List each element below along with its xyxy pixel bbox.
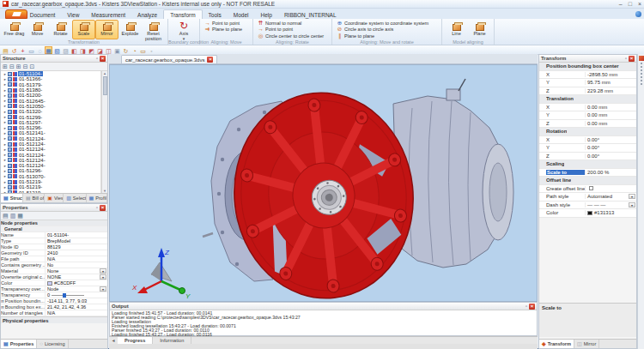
3d-viewport[interactable]: Z X Y <box>109 64 538 302</box>
tree-tool-icon[interactable]: ⊡ <box>30 63 35 69</box>
property-row[interactable]: ⊞ Number of triangles N/A ▾ <box>1 310 107 316</box>
tree-tool-icon[interactable]: ⊟ <box>23 63 28 69</box>
scroll-up-icon[interactable]: ▲ <box>103 71 106 75</box>
ribbon-button[interactable]: ⊕ Coordinate system to coordinate system <box>335 20 439 27</box>
ribbon-tab[interactable]: Document <box>24 10 62 19</box>
transform-row[interactable]: Rotation ▾ <box>539 128 636 136</box>
close-icon[interactable]: × <box>100 56 106 62</box>
property-row[interactable]: ⊞ Contains geometry ... No ▾ <box>1 262 107 268</box>
ribbon-button[interactable]: Explode <box>118 20 142 39</box>
panel-tab[interactable]: Information <box>153 337 191 344</box>
panel-tab[interactable]: ▦ Profiles <box>87 194 107 202</box>
expand-icon[interactable]: ⊞ <box>1 305 4 310</box>
close-icon[interactable]: × <box>629 56 635 62</box>
ribbon-tab[interactable]: RIBBON_INTERNAL <box>278 10 343 19</box>
property-row[interactable]: ⊞ Transparency over... Node ▾ <box>1 286 107 292</box>
pin-icon[interactable]: ▫ <box>625 56 627 61</box>
ribbon-tab[interactable]: Model <box>228 10 255 19</box>
pin-icon[interactable]: ▫ <box>96 56 98 61</box>
pin-icon[interactable]: ▫ <box>526 304 527 309</box>
transform-row[interactable]: Dash style — — — ▾ <box>539 202 636 210</box>
property-row[interactable]: ⊞ Type BrepModel ▾ <box>1 238 107 244</box>
property-row[interactable]: ⊞ Transparency 0 ▾ <box>1 292 107 298</box>
property-row[interactable]: ⊞ Overwrite original c... NONE ▾ <box>1 274 107 280</box>
panel-tab[interactable]: ◈ Transform <box>539 340 574 348</box>
property-row[interactable]: ⊞ Color #C8CDFF ▾ <box>1 280 107 286</box>
property-tool-icon[interactable]: ▤ <box>3 213 9 219</box>
tree-tool-icon[interactable]: ⊞ <box>3 63 8 69</box>
tree-scrollbar[interactable]: ▲ ▼ <box>101 71 107 193</box>
close-document-icon[interactable]: × <box>207 57 213 63</box>
ribbon-button[interactable]: Rotate <box>49 20 72 39</box>
close-icon[interactable]: × <box>529 304 535 310</box>
ribbon-tab[interactable]: Help <box>255 10 278 19</box>
close-icon[interactable]: × <box>100 205 106 211</box>
ribbon-button[interactable]: ⇈ Normal to normal <box>256 20 329 27</box>
dropdown-arrow[interactable]: ▾ <box>100 286 106 292</box>
ribbon-button[interactable]: Mirror <box>95 20 118 39</box>
physical-properties-section[interactable]: Physical properties <box>1 316 107 323</box>
ribbon-button[interactable]: Move <box>26 20 49 39</box>
transform-row[interactable]: X 0.00° ▾ <box>539 136 636 145</box>
ribbon-button[interactable]: Reset position <box>142 20 165 39</box>
dropdown-arrow[interactable]: ▾ <box>629 202 635 208</box>
help-icon[interactable] <box>635 11 641 17</box>
ribbon-button[interactable]: → Point to point <box>203 20 250 27</box>
ribbon-button[interactable]: ◎ Circle center to circle center <box>256 33 329 39</box>
ribbon-tab[interactable]: Measurement <box>85 10 131 19</box>
property-row[interactable]: ⊞ Bounding box ex... 21.42, 21.42, 4.36 … <box>1 304 107 310</box>
transform-row[interactable]: Scale to 200.00 % ▾ <box>539 169 636 178</box>
dropdown-arrow[interactable]: ▾ <box>629 194 635 199</box>
property-row[interactable]: ⊞ General ▾ <box>1 226 107 232</box>
panel-tab[interactable]: ◌ Licensing <box>37 340 68 348</box>
ribbon-button[interactable]: ∥ Plane to plane <box>335 33 439 39</box>
collapsed-panel-icon[interactable] <box>639 56 644 61</box>
transform-row[interactable]: Path style Automated ▾ <box>539 193 636 202</box>
panel-tab[interactable]: Progress <box>118 337 153 344</box>
transparency-slider[interactable] <box>52 293 84 298</box>
scroll-left-icon[interactable]: ◂ <box>109 337 118 344</box>
property-row[interactable]: ⊞ Node ID 88129 ▾ <box>1 244 107 250</box>
panel-tab[interactable]: ▥ Selecti... <box>64 194 86 202</box>
property-row[interactable]: ⊞ Material None ▾ <box>1 268 107 274</box>
transform-row[interactable]: Position bounding box center ▾ <box>539 63 636 71</box>
checkbox[interactable] <box>589 186 593 190</box>
close-button[interactable]: × <box>638 0 641 8</box>
property-row[interactable]: ⊞ Geometry ID 2410 ▾ <box>1 250 107 256</box>
dropdown-arrow[interactable]: ▾ <box>100 274 106 280</box>
tree-tool-icon[interactable]: ⊟ <box>9 63 15 69</box>
expand-icon[interactable]: ⊞ <box>1 299 4 304</box>
panel-tab[interactable]: ▤ Properties <box>1 340 37 348</box>
ribbon-button[interactable]: Free drag <box>3 20 26 39</box>
color-swatch[interactable] <box>587 211 592 215</box>
dropdown-arrow[interactable]: ▾ <box>100 268 106 274</box>
transform-row[interactable]: Offset line ▾ <box>539 177 636 185</box>
transform-row[interactable]: Scaling ▾ <box>539 160 636 169</box>
axis-button[interactable]: ↻ Axis ▾ <box>171 20 197 41</box>
transform-row[interactable]: Y 95.75 mm ▾ <box>539 79 636 87</box>
ribbon-tab[interactable]: View <box>61 10 85 19</box>
property-tool-icon[interactable]: ▦ <box>17 213 23 219</box>
collapsed-panel-tab[interactable] <box>641 63 642 85</box>
ribbon-button[interactable]: ⇉ Plane to plane <box>203 27 250 33</box>
ribbon-tab[interactable]: Tools <box>203 10 228 19</box>
property-row[interactable]: ⊞ Position boundin... -114.11, 3.77, 9.0… <box>1 298 107 304</box>
application-menu-button[interactable] <box>5 9 27 19</box>
collapsed-panel-strip[interactable] <box>637 54 644 349</box>
pin-icon[interactable]: ▫ <box>96 205 98 210</box>
panel-tab[interactable]: ▤ Bill of ... <box>23 194 45 202</box>
panel-tab[interactable]: ▣ Views <box>45 194 64 202</box>
property-row[interactable]: ⊞ File path N/A ▾ <box>1 256 107 262</box>
transform-row[interactable]: Y 0.00° ▾ <box>539 144 636 153</box>
ribbon-tab[interactable]: Transform <box>163 9 202 19</box>
minimize-button[interactable]: – <box>619 0 623 8</box>
ribbon-button[interactable]: ⊘ Circle axis to circle axis <box>335 27 439 33</box>
property-tool-icon[interactable]: ▥ <box>10 213 16 219</box>
transform-row[interactable]: Z 0.00 mm ▾ <box>539 120 636 129</box>
transform-row[interactable]: Z 0.00° ▾ <box>539 153 636 161</box>
transform-row[interactable]: Translation ▾ <box>539 95 636 104</box>
color-swatch[interactable] <box>47 281 52 286</box>
panel-tab[interactable]: ▤ Struct... <box>1 194 23 202</box>
tree-tool-icon[interactable]: ⊞ <box>16 63 21 69</box>
ribbon-tab[interactable]: Analyze <box>131 10 163 19</box>
